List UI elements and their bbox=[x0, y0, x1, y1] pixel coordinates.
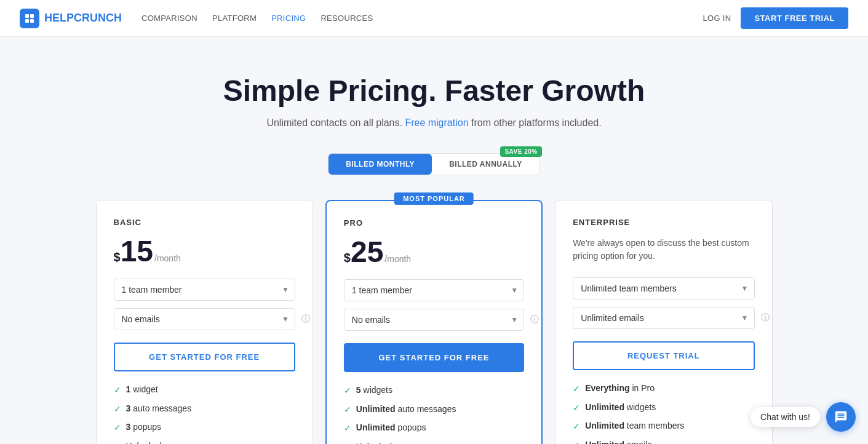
subtitle-prefix: Unlimited contacts on all plans. bbox=[266, 117, 405, 128]
billing-annual-button[interactable]: BILLED ANNUALLY bbox=[432, 154, 540, 175]
enterprise-email-select-wrapper: Unlimited emails ▼ ⓘ bbox=[573, 307, 754, 329]
check-icon: ✓ bbox=[344, 442, 351, 444]
basic-cta-button[interactable]: GET STARTED FOR FREE bbox=[114, 343, 295, 371]
list-item: ✓Unlimited widgets bbox=[573, 402, 754, 414]
check-icon: ✓ bbox=[344, 422, 351, 435]
check-icon: ✓ bbox=[114, 422, 121, 434]
list-item: ✓5 widgets bbox=[344, 384, 524, 397]
navbar-right: LOG IN START FREE TRIAL bbox=[703, 7, 848, 29]
enterprise-email-select[interactable]: Unlimited emails bbox=[573, 307, 754, 329]
basic-features-list: ✓1 widget ✓3 auto messages ✓3 popups ✓He… bbox=[114, 384, 295, 444]
basic-team-select[interactable]: 1 team member 2 team members 3 team memb… bbox=[114, 279, 295, 301]
start-trial-button[interactable]: START FREE TRIAL bbox=[741, 7, 848, 29]
check-icon: ✓ bbox=[114, 441, 121, 444]
logo[interactable]: HELPCRUNCH bbox=[20, 9, 122, 28]
login-link[interactable]: LOG IN bbox=[703, 14, 731, 23]
pro-email-select-wrapper: No emails 500 emails/mo 2,000 emails/mo … bbox=[344, 309, 524, 331]
svg-rect-3 bbox=[30, 19, 34, 23]
pro-email-select[interactable]: No emails 500 emails/mo 2,000 emails/mo … bbox=[344, 309, 524, 331]
list-item: ✓3 auto messages bbox=[114, 403, 295, 416]
enterprise-features-list: ✓Everything in Pro ✓Unlimited widgets ✓U… bbox=[573, 383, 754, 444]
most-popular-badge: MOST POPULAR bbox=[394, 192, 474, 205]
list-item: ✓Unlimited team members bbox=[573, 420, 754, 433]
logo-icon bbox=[20, 9, 39, 28]
basic-team-select-wrapper: 1 team member 2 team members 3 team memb… bbox=[114, 279, 295, 301]
basic-price-row: $ 15 /month bbox=[114, 237, 295, 266]
svg-rect-0 bbox=[25, 14, 29, 18]
pro-plan-name: PRO bbox=[344, 218, 524, 228]
pro-features-list: ✓5 widgets ✓Unlimited auto messages ✓Unl… bbox=[344, 384, 524, 444]
navbar: HELPCRUNCH COMPARISON PLATFORM PRICING R… bbox=[0, 0, 868, 37]
enterprise-description: We're always open to discuss the best cu… bbox=[573, 237, 754, 263]
list-item: ✓Unlimited popups bbox=[344, 422, 524, 435]
enterprise-team-select-wrapper: Unlimited team members ▼ bbox=[573, 277, 754, 299]
basic-price-amount: 15 bbox=[121, 237, 153, 266]
chat-label: Chat with us! bbox=[751, 407, 820, 427]
billing-monthly-button[interactable]: BILLED MONTHLY bbox=[328, 154, 432, 175]
check-icon: ✓ bbox=[573, 383, 580, 395]
list-item: ✓3 popups bbox=[114, 421, 295, 434]
nav-comparison[interactable]: COMPARISON bbox=[141, 14, 197, 23]
check-icon: ✓ bbox=[114, 384, 121, 397]
list-item: ✓Unlimited emails bbox=[573, 439, 754, 444]
basic-price-dollar: $ bbox=[114, 250, 121, 264]
list-item: ✓Everything in Pro bbox=[573, 383, 754, 395]
enterprise-team-select[interactable]: Unlimited team members bbox=[573, 277, 754, 299]
list-item: ✓Help desk bbox=[114, 440, 295, 444]
check-icon: ✓ bbox=[573, 421, 580, 433]
navbar-left: HELPCRUNCH COMPARISON PLATFORM PRICING R… bbox=[20, 9, 373, 28]
basic-plan-card: BASIC $ 15 /month 1 team member 2 team m… bbox=[96, 200, 313, 444]
chat-widget: Chat with us! bbox=[751, 402, 856, 432]
chat-button[interactable] bbox=[826, 402, 856, 432]
basic-email-select-wrapper: No emails 500 emails/mo 2,000 emails/mo … bbox=[114, 308, 295, 330]
check-icon: ✓ bbox=[114, 403, 121, 416]
pro-cta-button[interactable]: GET STARTED FOR FREE bbox=[344, 343, 524, 372]
enterprise-cta-button[interactable]: REQUEST TRIAL bbox=[573, 341, 754, 370]
enterprise-email-info-icon[interactable]: ⓘ bbox=[761, 312, 770, 323]
logo-text: HELPCRUNCH bbox=[44, 12, 122, 25]
list-item: ✓Help desk bbox=[344, 441, 524, 444]
pricing-grid: BASIC $ 15 /month 1 team member 2 team m… bbox=[96, 200, 773, 444]
svg-rect-1 bbox=[30, 14, 34, 18]
billing-toggle-wrapper: BILLED MONTHLY BILLED ANNUALLY SAVE 20% bbox=[20, 153, 848, 175]
basic-plan-name: BASIC bbox=[114, 218, 295, 227]
check-icon: ✓ bbox=[344, 385, 351, 397]
pro-price-amount: 25 bbox=[351, 237, 383, 267]
migration-link[interactable]: Free migration bbox=[405, 117, 468, 128]
check-icon: ✓ bbox=[344, 404, 351, 416]
hero-section: Simple Pricing. Faster Growth Unlimited … bbox=[20, 74, 848, 129]
nav-platform[interactable]: PLATFORM bbox=[212, 14, 257, 23]
save-badge: SAVE 20% bbox=[500, 146, 541, 157]
pro-plan-card: MOST POPULAR PRO $ 25 /month 1 team memb… bbox=[325, 200, 543, 444]
check-icon: ✓ bbox=[573, 440, 580, 444]
list-item: ✓1 widget bbox=[114, 384, 295, 397]
check-icon: ✓ bbox=[573, 402, 580, 414]
svg-rect-2 bbox=[25, 19, 29, 23]
hero-title: Simple Pricing. Faster Growth bbox=[20, 74, 848, 108]
pro-price-row: $ 25 /month bbox=[344, 237, 524, 267]
enterprise-plan-name: ENTERPRISE bbox=[573, 218, 754, 227]
enterprise-plan-card: ENTERPRISE We're always open to discuss … bbox=[555, 200, 772, 444]
subtitle-suffix: from other platforms included. bbox=[469, 117, 602, 128]
pro-price-dollar: $ bbox=[344, 251, 351, 265]
nav-pricing[interactable]: PRICING bbox=[271, 14, 306, 23]
hero-subtitle: Unlimited contacts on all plans. Free mi… bbox=[20, 117, 848, 129]
pro-price-period: /month bbox=[384, 254, 411, 264]
basic-email-select[interactable]: No emails 500 emails/mo 2,000 emails/mo … bbox=[114, 308, 295, 330]
list-item: ✓Unlimited auto messages bbox=[344, 403, 524, 416]
nav-resources[interactable]: RESOURCES bbox=[321, 14, 373, 23]
nav-links: COMPARISON PLATFORM PRICING RESOURCES bbox=[141, 14, 373, 23]
billing-toggle: BILLED MONTHLY BILLED ANNUALLY SAVE 20% bbox=[328, 153, 540, 175]
main-content: Simple Pricing. Faster Growth Unlimited … bbox=[0, 37, 868, 444]
pro-team-select-wrapper: 1 team member 2 team members 3 team memb… bbox=[344, 279, 524, 301]
pro-team-select[interactable]: 1 team member 2 team members 3 team memb… bbox=[344, 279, 524, 301]
basic-email-info-icon[interactable]: ⓘ bbox=[301, 314, 310, 325]
pro-email-info-icon[interactable]: ⓘ bbox=[530, 314, 539, 325]
basic-price-period: /month bbox=[154, 253, 181, 263]
